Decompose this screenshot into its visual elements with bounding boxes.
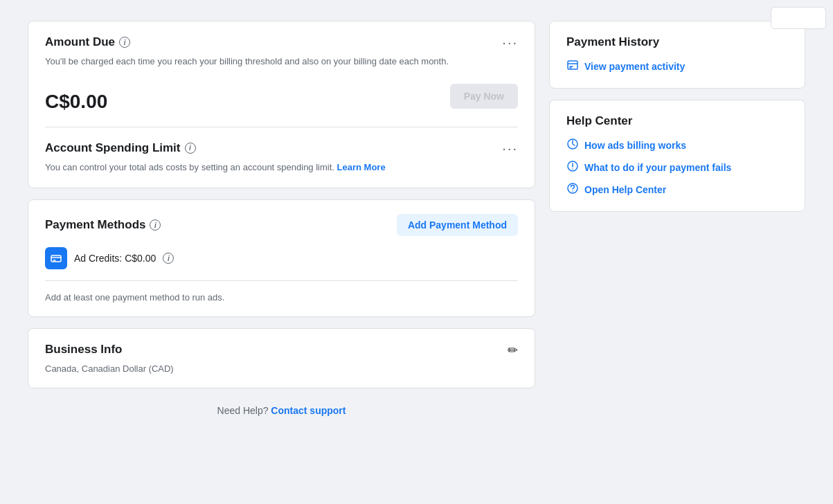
payment-history-title: Payment History <box>566 35 788 49</box>
business-location: Canada, Canadian Dollar (CAD) <box>45 363 518 374</box>
amount-due-info-icon[interactable]: i <box>119 37 130 48</box>
ad-credits-info-icon[interactable]: i <box>163 253 174 264</box>
help-center-title: Help Center <box>566 114 788 128</box>
ad-credits-row: Ad Credits: C$0.00 i <box>45 247 518 281</box>
svg-point-6 <box>572 190 573 192</box>
help-center-card: Help Center How ads billing works <box>549 100 805 212</box>
payment-fails-link[interactable]: What to do if your payment fails <box>566 160 788 175</box>
contact-support-link[interactable]: Contact support <box>271 405 346 416</box>
svg-rect-0 <box>51 255 61 262</box>
amount-due-card: Amount Due i ··· You'll be charged each … <box>28 21 535 188</box>
billing-works-label: How ads billing works <box>584 140 686 151</box>
payment-methods-title: Payment Methods <box>45 218 145 232</box>
amount-value: C$0.00 <box>45 91 107 113</box>
payment-history-icon <box>566 59 579 74</box>
spending-limit-description: You can control your total ads costs by … <box>45 161 518 174</box>
spending-limit-title: Account Spending Limit <box>45 141 181 155</box>
amount-divider <box>45 127 518 127</box>
view-payment-activity-label: View payment activity <box>584 61 685 72</box>
account-spending-limit-section: Account Spending Limit i ··· You can con… <box>45 141 518 174</box>
pay-now-button[interactable]: Pay Now <box>450 84 518 109</box>
add-payment-method-button[interactable]: Add Payment Method <box>397 214 518 236</box>
payment-fails-label: What to do if your payment fails <box>584 162 731 173</box>
side-column: Payment History View payment activity He… <box>549 21 805 416</box>
open-help-icon <box>566 182 579 197</box>
payment-history-card: Payment History View payment activity <box>549 21 805 89</box>
how-ads-billing-works-link[interactable]: How ads billing works <box>566 138 788 153</box>
amount-due-more-icon[interactable]: ··· <box>502 35 518 49</box>
footer-help: Need Help? Contact support <box>28 405 535 416</box>
learn-more-link[interactable]: Learn More <box>337 162 386 172</box>
spending-limit-more-icon[interactable]: ··· <box>502 141 518 155</box>
main-column: Amount Due i ··· You'll be charged each … <box>28 21 535 416</box>
payment-fails-icon <box>566 160 579 175</box>
payment-methods-info-icon[interactable]: i <box>150 219 161 231</box>
business-info-title: Business Info <box>45 343 122 357</box>
billing-icon <box>566 138 579 153</box>
ad-credits-icon <box>45 247 67 269</box>
svg-point-4 <box>572 168 573 170</box>
spending-limit-info-icon[interactable]: i <box>185 143 196 154</box>
no-payment-message: Add at least one payment method to run a… <box>45 292 518 303</box>
svg-rect-1 <box>568 61 577 69</box>
payment-methods-card: Payment Methods i Add Payment Method Ad … <box>28 199 535 317</box>
open-help-center-label: Open Help Center <box>584 184 666 195</box>
ad-credits-label: Ad Credits: C$0.00 <box>74 253 156 264</box>
top-right-button[interactable] <box>771 7 826 29</box>
business-info-card: Business Info ✏ Canada, Canadian Dollar … <box>28 328 535 388</box>
amount-due-description: You'll be charged each time you reach yo… <box>45 55 518 69</box>
edit-business-icon[interactable]: ✏ <box>508 343 518 358</box>
view-payment-activity-link[interactable]: View payment activity <box>566 59 788 74</box>
open-help-center-link[interactable]: Open Help Center <box>566 182 788 197</box>
amount-due-title: Amount Due <box>45 35 115 49</box>
